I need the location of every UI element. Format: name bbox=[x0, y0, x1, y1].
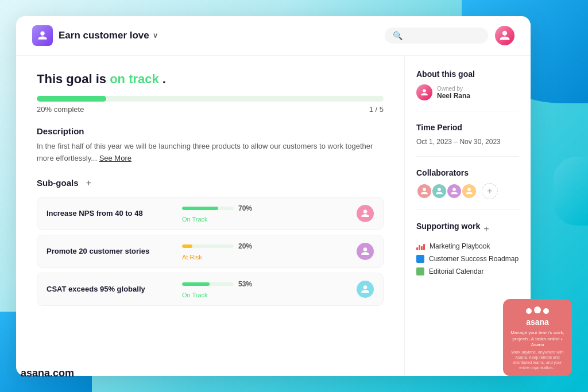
owned-by-label: Owned by bbox=[437, 86, 470, 92]
goal-title-text: Earn customer love bbox=[59, 30, 149, 41]
subgoal-bar-2 bbox=[182, 282, 234, 286]
collaborators-section: Collaborators + bbox=[416, 168, 519, 210]
subgoal-avatar-2 bbox=[357, 281, 374, 298]
about-title: About this goal bbox=[416, 69, 519, 79]
subgoal-item[interactable]: CSAT exceeds 95% globally 53% On Track bbox=[37, 273, 384, 306]
header-left: Earn customer love ∨ bbox=[32, 25, 158, 46]
subgoals-list: Increase NPS from 40 to 48 70% On Track … bbox=[37, 197, 384, 306]
time-period-value: Oct 1, 2023 – Nov 30, 2023 bbox=[416, 138, 519, 146]
subgoals-title: Sub-goals bbox=[37, 178, 79, 188]
asana-sub-text: Work anytime, anywhere with Asana. Keep … bbox=[510, 350, 565, 370]
subgoal-avatar-0 bbox=[357, 205, 374, 222]
collaborators-title: Collaborators bbox=[416, 168, 519, 177]
square-green-icon bbox=[416, 267, 424, 275]
owner-avatar bbox=[416, 84, 432, 100]
content-area: This goal is on track . 20% complete 1 /… bbox=[16, 56, 531, 376]
progress-ratio: 1 / 5 bbox=[369, 105, 384, 114]
goal-status-title: This goal is on track . bbox=[37, 72, 384, 87]
subgoal-status-1: At Risk bbox=[182, 254, 347, 261]
subgoal-avatar-1 bbox=[357, 243, 374, 260]
square-blue-icon bbox=[416, 255, 424, 263]
owner-row: Owned by Neel Rana bbox=[416, 84, 519, 100]
main-panel: This goal is on track . 20% complete 1 /… bbox=[16, 56, 404, 376]
owner-name: Neel Rana bbox=[437, 92, 470, 100]
collaborator-avatar-1[interactable] bbox=[431, 183, 447, 199]
supporting-item-2[interactable]: Editorial Calendar bbox=[416, 267, 519, 275]
main-card: Earn customer love ∨ 🔍 This goal is on t… bbox=[16, 16, 531, 376]
time-period-title: Time Period bbox=[416, 123, 519, 132]
subgoal-name-0: Increase NPS from 40 to 48 bbox=[47, 209, 173, 218]
about-section: About this goal Owned by Neel Rana bbox=[416, 69, 519, 111]
goal-title[interactable]: Earn customer love ∨ bbox=[59, 30, 158, 41]
supporting-item-label-2: Editorial Calendar bbox=[429, 267, 483, 275]
subgoal-bar-0 bbox=[182, 207, 234, 210]
chevron-down-icon: ∨ bbox=[153, 32, 158, 40]
on-track-badge: on track bbox=[110, 72, 159, 86]
description-text: In the first half of this year we will b… bbox=[37, 141, 384, 165]
add-supporting-button[interactable]: + bbox=[483, 224, 489, 234]
subgoal-percent-1: 20% bbox=[238, 242, 252, 250]
avatar[interactable] bbox=[495, 26, 514, 45]
subgoal-name-2: CSAT exceeds 95% globally bbox=[47, 285, 173, 293]
bg-decoration-right-mid bbox=[554, 157, 588, 226]
progress-label: 20% complete bbox=[37, 105, 84, 114]
header-right: 🔍 bbox=[385, 26, 514, 45]
supporting-work-section: Supporting work + Marketing PlaybookCust… bbox=[416, 222, 519, 290]
subgoal-bar-1 bbox=[182, 244, 234, 248]
asana-dot-right bbox=[543, 308, 549, 314]
owner-info: Owned by Neel Rana bbox=[437, 86, 470, 100]
subgoals-header: Sub-goals + bbox=[37, 177, 384, 189]
subgoal-percent-2: 53% bbox=[238, 280, 252, 288]
progress-bar-fill bbox=[37, 96, 106, 102]
subgoal-bar-fill-2 bbox=[182, 282, 210, 286]
asana-dot-center bbox=[534, 306, 541, 313]
asana-tagline: Manage your team's work, projects, & tas… bbox=[510, 330, 565, 348]
collaborator-avatar-3[interactable] bbox=[461, 183, 477, 199]
goal-icon bbox=[32, 25, 53, 46]
supporting-title: Supporting work bbox=[416, 222, 480, 231]
see-more-link[interactable]: See More bbox=[99, 154, 131, 162]
progress-container: 20% complete 1 / 5 bbox=[37, 96, 384, 114]
collaborator-avatar-2[interactable] bbox=[446, 183, 462, 199]
subgoal-percent-0: 70% bbox=[238, 204, 252, 212]
asana-logo bbox=[510, 308, 565, 314]
bar-chart-icon bbox=[416, 242, 425, 250]
promo-card: asana Manage your team's work, projects,… bbox=[503, 299, 572, 376]
asana-dot-left bbox=[526, 308, 532, 314]
subgoal-status-2: On Track bbox=[182, 292, 347, 298]
supporting-item-label-1: Customer Success Roadmap bbox=[429, 255, 519, 263]
collaborator-avatar-0[interactable] bbox=[416, 183, 432, 199]
subgoal-bar-fill-1 bbox=[182, 244, 192, 248]
add-collaborator-button[interactable]: + bbox=[482, 183, 498, 199]
website-label: asana.com bbox=[21, 367, 74, 379]
subgoal-item[interactable]: Increase NPS from 40 to 48 70% On Track bbox=[37, 197, 384, 230]
supporting-title-row: Supporting work + bbox=[416, 222, 519, 236]
search-icon: 🔍 bbox=[393, 31, 403, 40]
subgoal-progress-2: 53% On Track bbox=[182, 280, 347, 298]
supporting-item-0[interactable]: Marketing Playbook bbox=[416, 242, 519, 250]
subgoal-bar-fill-0 bbox=[182, 207, 218, 210]
supporting-item-1[interactable]: Customer Success Roadmap bbox=[416, 255, 519, 263]
subgoal-progress-0: 70% On Track bbox=[182, 204, 347, 223]
subgoal-progress-1: 20% At Risk bbox=[182, 242, 347, 261]
asana-brand-name: asana bbox=[510, 317, 565, 327]
header: Earn customer love ∨ 🔍 bbox=[16, 16, 531, 56]
search-input[interactable] bbox=[407, 32, 480, 40]
search-bar[interactable]: 🔍 bbox=[385, 28, 488, 44]
subgoal-item[interactable]: Promote 20 customer stories 20% At Risk bbox=[37, 235, 384, 268]
collaborators-row: + bbox=[416, 183, 519, 199]
progress-meta: 20% complete 1 / 5 bbox=[37, 105, 384, 114]
progress-bar-bg bbox=[37, 96, 384, 102]
add-subgoal-button[interactable]: + bbox=[83, 177, 95, 189]
supporting-item-label-0: Marketing Playbook bbox=[430, 242, 490, 250]
description-label: Description bbox=[37, 126, 384, 136]
subgoal-status-0: On Track bbox=[182, 216, 347, 223]
subgoal-name-1: Promote 20 customer stories bbox=[47, 247, 173, 255]
supporting-list: Marketing PlaybookCustomer Success Roadm… bbox=[416, 242, 519, 275]
time-period-section: Time Period Oct 1, 2023 – Nov 30, 2023 bbox=[416, 123, 519, 157]
